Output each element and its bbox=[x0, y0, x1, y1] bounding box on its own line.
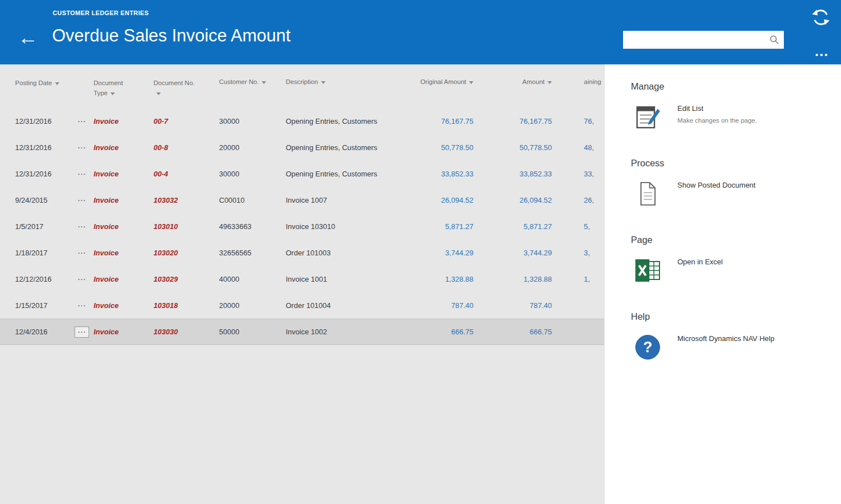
refresh-button[interactable] bbox=[810, 6, 832, 29]
amount-cell[interactable]: 787.40 bbox=[473, 301, 552, 310]
description-cell[interactable]: Invoice 1007 bbox=[286, 196, 406, 204]
original-amount-cell[interactable]: 3,744.29 bbox=[406, 249, 473, 257]
document-no-cell[interactable]: 103032 bbox=[154, 196, 219, 204]
search-icon[interactable] bbox=[769, 35, 779, 45]
posting-date-cell[interactable]: 1/18/2017 bbox=[15, 249, 75, 257]
original-amount-cell[interactable]: 1,328.88 bbox=[406, 275, 473, 283]
customer-no-cell[interactable]: 40000 bbox=[219, 275, 286, 283]
row-options-button[interactable]: ⋯ bbox=[75, 326, 94, 338]
section-heading-manage: Manage bbox=[631, 81, 841, 92]
section-heading-help: Help bbox=[631, 311, 841, 322]
description-cell[interactable]: Invoice 1002 bbox=[286, 328, 406, 336]
column-header-document-no[interactable]: Document No. bbox=[154, 78, 219, 99]
document-no-cell[interactable]: 00-4 bbox=[154, 170, 219, 178]
section-heading-process: Process bbox=[631, 158, 841, 169]
amount-cell[interactable]: 3,744.29 bbox=[473, 249, 552, 257]
refresh-icon bbox=[810, 6, 832, 29]
document-no-cell[interactable]: 103029 bbox=[154, 275, 219, 283]
original-amount-cell[interactable]: 33,852.33 bbox=[406, 170, 473, 178]
description-cell[interactable]: Opening Entries, Customers bbox=[286, 143, 406, 152]
original-amount-cell[interactable]: 50,778.50 bbox=[406, 143, 473, 152]
description-cell[interactable]: Opening Entries, Customers bbox=[286, 117, 406, 125]
customer-no-cell[interactable]: 30000 bbox=[219, 170, 286, 178]
document-no-cell[interactable]: 00-7 bbox=[154, 117, 219, 125]
document-type-cell[interactable]: Invoice bbox=[94, 170, 154, 178]
amount-cell[interactable]: 5,871.27 bbox=[473, 222, 552, 231]
posting-date-cell[interactable]: 12/31/2016 bbox=[15, 117, 75, 125]
posting-date-cell[interactable]: 12/31/2016 bbox=[15, 170, 75, 178]
amount-cell[interactable]: 76,167.75 bbox=[473, 117, 552, 125]
customer-no-cell[interactable]: 32656565 bbox=[219, 249, 286, 257]
posting-date-cell[interactable]: 9/24/2015 bbox=[15, 196, 75, 204]
row-options-button[interactable]: ⋯ bbox=[75, 195, 94, 206]
column-header-posting-date[interactable]: Posting Date bbox=[15, 78, 75, 88]
document-no-cell[interactable]: 103030 bbox=[154, 328, 219, 336]
column-header-description[interactable]: Description bbox=[286, 78, 406, 85]
posting-date-cell[interactable]: 1/15/2017 bbox=[15, 301, 75, 310]
description-cell[interactable]: Order 101003 bbox=[286, 249, 406, 257]
posting-date-cell[interactable]: 12/31/2016 bbox=[15, 143, 75, 152]
customer-no-cell[interactable]: 30000 bbox=[219, 117, 286, 125]
menu-item-show-posted-document[interactable]: Show Posted Document bbox=[633, 179, 841, 209]
amount-cell[interactable]: 1,328.88 bbox=[473, 275, 552, 283]
original-amount-cell[interactable]: 666.75 bbox=[406, 328, 473, 336]
posting-date-cell[interactable]: 1/5/2017 bbox=[15, 222, 75, 231]
amount-cell[interactable]: 50,778.50 bbox=[473, 143, 552, 152]
document-type-cell[interactable]: Invoice bbox=[94, 117, 154, 125]
posting-date-cell[interactable]: 12/12/2016 bbox=[15, 275, 75, 283]
column-header-original-amount[interactable]: Original Amount bbox=[406, 78, 473, 85]
document-no-cell[interactable]: 00-8 bbox=[154, 143, 219, 152]
row-options-button[interactable]: ⋯ bbox=[75, 142, 94, 153]
column-header-document-type[interactable]: Document Type bbox=[94, 78, 154, 99]
customer-no-cell[interactable]: 50000 bbox=[219, 328, 286, 336]
description-cell[interactable]: Invoice 1001 bbox=[286, 275, 406, 283]
document-type-cell[interactable]: Invoice bbox=[94, 143, 154, 152]
document-no-cell[interactable]: 103010 bbox=[154, 222, 219, 231]
menu-item-open-in-excel[interactable]: Open in Excel bbox=[633, 255, 841, 286]
menu-item-text: Microsoft Dynamics NAV Help bbox=[677, 332, 774, 362]
amount-cell[interactable]: 26,094.52 bbox=[473, 196, 552, 204]
document-type-cell[interactable]: Invoice bbox=[94, 249, 154, 257]
menu-item-label: Edit List bbox=[677, 104, 757, 113]
document-no-cell[interactable]: 103020 bbox=[154, 249, 219, 257]
more-options-button[interactable]: … bbox=[810, 44, 834, 60]
row-options-button[interactable]: ⋯ bbox=[75, 274, 94, 285]
search-input[interactable] bbox=[629, 31, 769, 49]
document-type-cell[interactable]: Invoice bbox=[94, 301, 154, 310]
edit-list-icon bbox=[633, 102, 663, 132]
row-options-button[interactable]: ⋯ bbox=[75, 169, 94, 180]
row-options-button[interactable]: ⋯ bbox=[75, 300, 94, 311]
menu-item-nav-help[interactable]: ? Microsoft Dynamics NAV Help bbox=[633, 332, 841, 362]
document-type-cell[interactable]: Invoice bbox=[94, 196, 154, 204]
amount-cell[interactable]: 666.75 bbox=[473, 328, 552, 336]
posting-date-cell[interactable]: 12/4/2016 bbox=[15, 328, 75, 336]
amount-cell[interactable]: 33,852.33 bbox=[473, 170, 552, 178]
chevron-down-icon bbox=[156, 92, 161, 95]
document-no-cell[interactable]: 103018 bbox=[154, 301, 219, 310]
row-options-button[interactable]: ⋯ bbox=[75, 248, 94, 259]
original-amount-cell[interactable]: 5,871.27 bbox=[406, 222, 473, 231]
menu-item-edit-list[interactable]: Edit List Make changes on the page. bbox=[633, 102, 841, 132]
document-type-cell[interactable]: Invoice bbox=[94, 328, 154, 336]
document-type-cell[interactable]: Invoice bbox=[94, 275, 154, 283]
back-button[interactable]: ← bbox=[15, 27, 41, 49]
customer-no-cell[interactable]: 20000 bbox=[219, 301, 286, 310]
menu-item-text: Edit List Make changes on the page. bbox=[677, 102, 757, 132]
description-cell[interactable]: Order 101004 bbox=[286, 301, 406, 310]
original-amount-cell[interactable]: 787.40 bbox=[406, 301, 473, 310]
column-header-customer-no[interactable]: Customer No. bbox=[219, 78, 286, 85]
row-ellipsis-icon: ⋯ bbox=[75, 195, 89, 206]
original-amount-cell[interactable]: 26,094.52 bbox=[406, 196, 473, 204]
description-cell[interactable]: Invoice 103010 bbox=[286, 222, 406, 231]
column-header-amount[interactable]: Amount bbox=[473, 78, 552, 85]
description-cell[interactable]: Opening Entries, Customers bbox=[286, 170, 406, 178]
customer-no-cell[interactable]: 49633663 bbox=[219, 222, 286, 231]
row-options-button[interactable]: ⋯ bbox=[75, 116, 94, 127]
column-label: Original Amount bbox=[420, 78, 466, 85]
original-amount-cell[interactable]: 76,167.75 bbox=[406, 117, 473, 125]
menu-item-text: Open in Excel bbox=[677, 255, 723, 286]
customer-no-cell[interactable]: 20000 bbox=[219, 143, 286, 152]
customer-no-cell[interactable]: C00010 bbox=[219, 196, 286, 204]
document-type-cell[interactable]: Invoice bbox=[94, 222, 154, 231]
row-options-button[interactable]: ⋯ bbox=[75, 221, 94, 232]
